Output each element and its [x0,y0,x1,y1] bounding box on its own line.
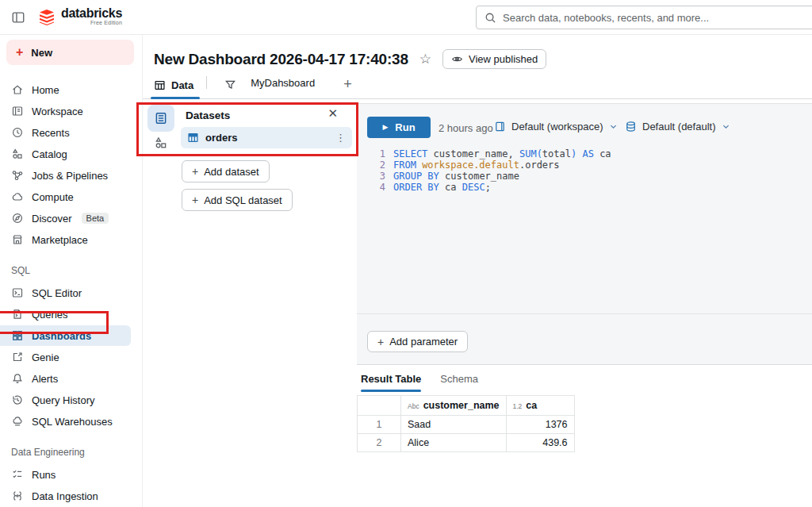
play-icon: ▶ [382,124,388,131]
sidebar-item-discover[interactable]: DiscoverBeta [0,208,131,229]
add-parameter-button[interactable]: + Add parameter [367,331,468,352]
column-header-customer_name[interactable]: Abccustomer_name [401,396,507,416]
eye-icon [451,53,463,65]
runs-icon [11,468,24,481]
sidebar-item-catalog[interactable]: Catalog [0,144,131,164]
sidebar-section-label: Data Engineering [0,432,142,464]
plus-icon: + [16,46,23,59]
add-sql-dataset-label: Add SQL dataset [204,194,282,206]
datasets-rail-button[interactable] [147,105,174,132]
sidebar-item-label: Compute [32,191,74,203]
sidebar-item-genie[interactable]: Genie [0,347,131,367]
marketplace-icon [11,233,24,246]
cell-ca: 1376 [506,416,574,434]
line-number: 2 [357,159,393,171]
close-icon[interactable]: ✕ [327,106,338,121]
sidebar-item-runs[interactable]: Runs [0,464,131,485]
warehouse-select[interactable]: Default (default) [625,121,730,133]
plus-icon: + [377,336,384,348]
alerts-icon [11,372,24,385]
kebab-menu-icon[interactable]: ⋮ [335,132,346,144]
code-token: AS [582,148,599,159]
new-button-label: New [31,47,52,59]
tab-data[interactable]: Data [151,79,200,98]
filter-icon[interactable] [216,79,244,98]
code-line[interactable]: 3GROUP BY customer_name [357,171,611,182]
code-token: DESC [462,182,485,193]
code-line[interactable]: 4ORDER BY ca DESC; [357,182,611,193]
run-button[interactable]: ▶ Run [367,117,431,138]
workspace-select[interactable]: Default (workspace) [494,121,618,133]
beta-badge: Beta [82,213,109,224]
chevron-down-icon [722,122,730,131]
dataset-item-label: orders [205,132,329,144]
tab-separator [206,76,207,89]
data-ingestion-icon [11,490,24,502]
sidebar-item-sql-warehouses[interactable]: SQL Warehouses [0,411,131,432]
databricks-logo[interactable]: databricks Free Edition [38,6,122,26]
column-header-ca[interactable]: 1.2ca [506,396,574,416]
plus-icon: + [192,165,198,178]
sidebar-item-label: Discover [32,213,72,225]
sidebar-item-workspace[interactable]: Workspace [0,101,131,121]
sidebar-item-label: Catalog [32,148,67,160]
sidebar-item-compute[interactable]: Compute [0,186,131,207]
table-row[interactable]: 2Alice439.6 [358,434,575,452]
datasets-panel: Datasets ✕ orders ⋮ + Add dataset + Add … [143,99,357,505]
code-line[interactable]: 1SELECT customer_name, SUM(total) AS ca [357,148,611,159]
add-tab-button[interactable]: + [323,77,358,98]
sql-code-editor[interactable]: 1SELECT customer_name, SUM(total) AS ca2… [357,148,611,193]
tab-result-table[interactable]: Result Table [361,373,421,392]
sidebar-item-jobs-pipelines[interactable]: Jobs & Pipelines [0,165,131,186]
sidebar-item-label: Query History [32,394,94,406]
sidebar-item-label: Marketplace [32,234,88,246]
workspace-area: Datasets ✕ orders ⋮ + Add dataset + Add … [143,99,812,505]
catalog-rail-icon[interactable] [154,136,168,150]
sidebar-item-label: Home [32,84,59,96]
code-token: customer_name [445,171,519,182]
sql-editor-icon [11,286,24,299]
dataset-item-orders[interactable]: orders ⋮ [181,127,352,148]
sidebar: + New HomeWorkspaceRecentsCatalogJobs & … [0,35,143,507]
sidebar-item-query-history[interactable]: Query History [0,390,131,410]
cell-customer-name: Alice [401,434,507,452]
sidebar-item-data-ingestion[interactable]: Data Ingestion [0,486,131,506]
code-token: customer_name, [434,148,519,159]
table-row[interactable]: 1Saad1376 [358,416,575,434]
view-published-button[interactable]: View published [442,49,546,69]
sidebar-item-sql-editor[interactable]: SQL Editor [0,282,131,303]
main-content: New Dashboard 2026-04-17 17:40:38 ☆ View… [143,35,812,507]
sidebar-item-marketplace[interactable]: Marketplace [0,229,131,250]
jobs-pipelines-icon [11,169,24,182]
add-sql-dataset-button[interactable]: + Add SQL dataset [182,189,293,211]
sidebar-item-recents[interactable]: Recents [0,122,131,143]
sidebar-nav: HomeWorkspaceRecentsCatalogJobs & Pipeli… [0,73,142,506]
favorite-star-icon[interactable]: ☆ [419,52,431,66]
row-number: 1 [358,416,401,434]
sidebar-item-home[interactable]: Home [0,79,131,100]
sidebar-item-queries[interactable]: Queries [0,304,131,325]
global-search-input[interactable]: Search data, notebooks, recents, and mor… [476,6,812,29]
cell-customer-name: Saad [401,416,507,434]
code-token: ORDER BY [393,182,445,193]
view-published-label: View published [469,53,538,65]
sidebar-item-alerts[interactable]: Alerts [0,368,131,389]
sidebar-item-label: Genie [32,351,59,363]
add-dataset-button[interactable]: + Add dataset [182,160,270,182]
run-button-label: Run [395,121,415,133]
line-number: 4 [357,182,393,193]
sidebar-item-dashboards[interactable]: Dashboards [0,325,131,346]
row-number: 2 [358,434,401,452]
results-tab-bar: Result Table Schema [357,365,812,392]
tab-schema[interactable]: Schema [440,373,478,392]
sidebar-toggle-icon[interactable] [11,10,25,25]
recents-icon [11,126,24,139]
code-token: GROUP BY [393,171,445,182]
notebook-icon [494,121,506,133]
code-token: workspace.default [422,159,519,171]
tab-mydahsboard[interactable]: MyDahsboard [244,75,323,98]
new-button[interactable]: + New [6,40,134,65]
discover-icon [11,212,24,225]
code-line[interactable]: 2FROM workspace.default.orders [357,159,611,171]
database-icon [625,121,637,133]
